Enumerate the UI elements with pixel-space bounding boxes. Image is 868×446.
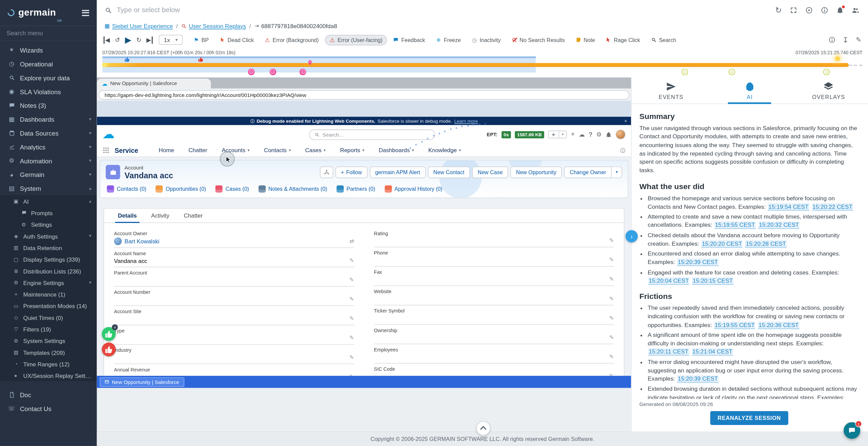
skip-to-end-button[interactable]: ▶ [146,36,153,43]
scroll-to-top-button[interactable] [476,421,490,435]
add-icon[interactable]: + [571,130,575,138]
edit-pencil-icon[interactable]: ✎ [349,257,354,263]
timestamp-link[interactable]: 15:19:55 CEST [714,221,756,229]
sidebar-item-filters-19[interactable]: ▽Filters (19) [0,323,97,334]
sidebar-item-automation[interactable]: ⚙Automation▾ [0,154,97,168]
action-new-contact-button[interactable]: New Contact [428,166,470,178]
taskbar-window-item[interactable]: New Opportunity | Salesforce [100,377,184,387]
event-chip-inactivity[interactable]: ◷Inactivity [467,35,505,45]
detail-tab-chatter[interactable]: Chatter [177,209,210,223]
marker-happy-face-icon[interactable]: ☺ [728,68,735,75]
sidebar-item-display-settings-339[interactable]: ▢Display Settings (339) [0,254,97,265]
sf-app-name[interactable]: Service [115,146,138,154]
skip-to-start-button[interactable]: ◀ [103,36,110,43]
sidebar-item-settings[interactable]: ⚙Settings [0,219,97,230]
feedback-dismiss-icon[interactable]: × [112,324,118,330]
edit-pencil-icon[interactable]: ✎ [609,296,614,302]
replay-back-button[interactable]: ↺ [115,36,120,43]
event-chip-no-search-results[interactable]: No Search Results [507,35,569,45]
orchestrator-icon[interactable]: ☁ [579,131,585,138]
thumbs-down-button[interactable] [102,343,116,357]
edit-pencil-icon[interactable]: ✎ [609,373,614,376]
info-icon[interactable] [829,37,835,43]
event-chip-feedback[interactable]: Feedback [389,35,430,45]
timeline-activity-bar[interactable] [102,63,849,67]
users-icon[interactable] [852,6,859,14]
sidebar-item-quiet-times-0[interactable]: ◇Quiet Times (0) [0,311,97,323]
timestamp-link[interactable]: 15:20:15 CEST [692,277,733,285]
hierarchy-button[interactable] [320,166,333,178]
sidebar-item-prompts[interactable]: Prompts [0,207,97,219]
related-opportunities-0[interactable]: Opportunities (0) [156,185,206,192]
edit-pencil-icon[interactable]: ✎ [609,257,614,263]
sidebar-item-presentation-modes-14[interactable]: ▭Presentation Modes (14) [0,300,97,311]
replay-forward-button[interactable]: ↻ [136,36,141,43]
sf-nav-reports[interactable]: Reports▾ [333,144,372,157]
marker-sad-face-icon[interactable]: ☹ [248,68,255,75]
sf-nav-dashboards[interactable]: Dashboards▾ [372,144,421,157]
action-new-case-button[interactable]: New Case [472,166,508,178]
sf-nav-chatter[interactable]: Chatter [181,144,215,157]
marker-sad-face-icon[interactable]: ☹ [269,68,276,75]
event-chip-error-user-facing[interactable]: ⚠Error (User-facing) [325,35,387,45]
menu-toggle-icon[interactable] [80,7,91,18]
sidebar-item-contact-us[interactable]: ☏Contact Us [0,402,97,415]
marker-thumb-up-icon[interactable] [124,57,131,63]
notifications-icon[interactable] [836,6,844,14]
sidebar-item-germain[interactable]: ◕Germain▾ [0,168,97,182]
learn-more-link[interactable]: Learn more [454,118,478,124]
panel-tab-ai[interactable]: AI [710,78,789,104]
sidebar-item-system[interactable]: ▤System▴ [0,182,97,196]
sync-icon[interactable]: ↻ [775,5,782,14]
timestamp-link[interactable]: 15:20:36 CEST [758,321,800,329]
sidebar-item-time-ranges-12[interactable]: ◔Time Ranges (12) [0,358,97,369]
timestamp-link[interactable]: 15:19:54 CEST [768,203,809,211]
related-notes-attachments-0[interactable]: Notes & Attachments (0) [258,185,327,192]
sidebar-search-input[interactable]: Search menu [0,25,97,41]
edit-pencil-icon[interactable]: ✎ [349,354,354,360]
event-chip-search[interactable]: Search [646,35,680,45]
timestamp-link[interactable]: 15:20:28 CEST [745,240,787,248]
marker-sad-face-icon[interactable]: ☹ [300,68,307,75]
action-new-opportunity-button[interactable]: New Opportunity [511,166,562,178]
timestamp-link[interactable]: 15:20:11 CEST [648,348,689,356]
global-search-input[interactable]: Type or select below [105,6,180,14]
chat-widget-button[interactable]: 1 [844,422,860,439]
action-change-owner-button[interactable]: Change Owner [564,166,612,178]
sidebar-item-wizards[interactable]: ✶Wizards [0,43,97,57]
marker-happy-face-icon[interactable]: ☺ [824,68,830,75]
breadcrumb-item-6887797818e084002400fda8[interactable]: ⇥6887797818e084002400fda8 [254,22,337,29]
marker-pin-icon[interactable] [307,60,313,66]
related-approval-history-0[interactable]: Approval History (0) [384,185,442,192]
timestamp-link[interactable]: 15:20:32 CEST [758,221,800,229]
sidebar-item-system-settings[interactable]: ⚙System Settings [0,335,97,346]
marker-happy-face-icon[interactable]: ☺ [681,68,688,75]
favorites-icon[interactable]: ★▾ [548,130,567,138]
event-chip-dead-click[interactable]: Dead Click [215,35,258,45]
replay-icon[interactable] [806,6,813,14]
sf-nav-cases[interactable]: Cases▾ [298,144,333,157]
app-launcher-icon[interactable] [102,147,110,154]
sidebar-item-operational[interactable]: ◷Operational [0,57,97,71]
event-chip-bp[interactable]: ⚑BP [189,35,213,45]
timestamp-link[interactable]: 15:21:04 CEST [692,348,733,356]
edit-pencil-icon[interactable]: ✎ [609,237,614,243]
edit-pencil-icon[interactable]: ✎ [349,296,354,302]
action-germain-apm-alert-button[interactable]: germain APM Alert [370,166,426,178]
change-owner-icon[interactable]: ⇄ [349,238,354,244]
play-button[interactable]: ▶ [125,35,131,45]
sidebar-item-explore-your-data[interactable]: Explore your data [0,71,97,85]
browser-tab[interactable]: ☁ New Opportunity | Salesforce [97,79,211,88]
sidebar-item-maintenance-1[interactable]: +Maintenance (1) [0,288,97,300]
sf-search-input[interactable]: Search... [309,129,435,140]
user-avatar[interactable] [616,129,626,139]
edit-pencil-icon[interactable]: ✎ [609,276,614,282]
sf-nav-home[interactable]: Home [152,144,181,157]
event-chip-rage-click[interactable]: Rage Click [601,35,645,45]
panel-tab-overlays[interactable]: OVERLAYS [789,78,868,104]
sidebar-item-doc[interactable]: Doc [0,388,97,402]
sidebar-item-analytics[interactable]: Analytics▾ [0,140,97,154]
timestamp-link[interactable]: 15:20:22 CEST [812,203,853,211]
event-chip-note[interactable]: Note [571,35,599,45]
sidebar-item-ux-session-replay-settings[interactable]: ▸UX/Session Replay Settings [0,370,97,381]
